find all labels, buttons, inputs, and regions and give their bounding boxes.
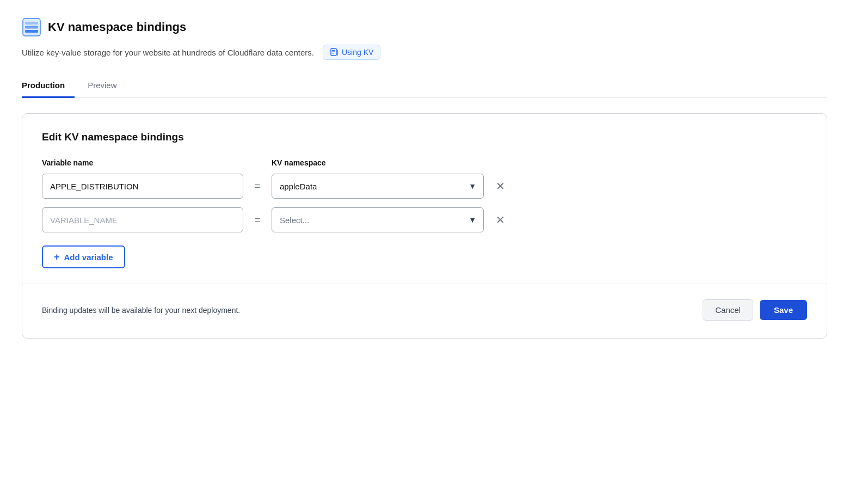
bindings-header: Variable name KV namespace xyxy=(42,158,807,167)
tab-production[interactable]: Production xyxy=(22,75,75,98)
footer-actions: Cancel Save xyxy=(703,299,807,321)
kv-namespace-label: KV namespace xyxy=(272,158,484,167)
namespace-select-2[interactable]: Select... appleData xyxy=(272,207,484,232)
save-button[interactable]: Save xyxy=(760,300,807,320)
card-title: Edit KV namespace bindings xyxy=(42,131,807,143)
kv-bindings-card: Edit KV namespace bindings Variable name… xyxy=(22,113,827,339)
variable-name-input-2[interactable] xyxy=(42,207,243,232)
remove-binding-button-2[interactable]: ✕ xyxy=(490,210,510,230)
namespace-select-wrapper-2: Select... appleData ▼ xyxy=(272,207,484,232)
card-divider xyxy=(22,284,827,284)
page-title: KV namespace bindings xyxy=(48,20,186,34)
footer-note: Binding updates will be available for yo… xyxy=(42,306,240,315)
variable-name-input-1[interactable] xyxy=(42,174,243,199)
namespace-select-1[interactable]: appleData Select... xyxy=(272,174,484,199)
svg-rect-7 xyxy=(332,53,334,53)
namespace-select-wrapper-1: appleData Select... ▼ xyxy=(272,174,484,199)
using-kv-button[interactable]: Using KV xyxy=(323,45,380,60)
svg-rect-2 xyxy=(25,26,38,29)
variable-name-label: Variable name xyxy=(42,158,243,167)
tab-preview[interactable]: Preview xyxy=(88,75,126,98)
card-footer: Binding updates will be available for yo… xyxy=(42,299,807,321)
using-kv-label: Using KV xyxy=(342,48,373,57)
equals-sign-2: = xyxy=(243,214,272,226)
equals-sign-1: = xyxy=(243,181,272,192)
svg-rect-6 xyxy=(332,52,335,52)
add-variable-button[interactable]: + Add variable xyxy=(42,245,125,268)
page-subtitle-row: Utilize key-value storage for your websi… xyxy=(22,45,827,60)
book-icon xyxy=(330,48,339,57)
plus-icon: + xyxy=(54,252,60,262)
svg-rect-5 xyxy=(332,50,335,51)
tabs: Production Preview xyxy=(22,75,827,98)
binding-row-2: = Select... appleData ▼ ✕ xyxy=(42,207,807,232)
page-header: KV namespace bindings xyxy=(22,17,827,37)
add-variable-label: Add variable xyxy=(64,253,113,262)
svg-rect-3 xyxy=(25,30,38,33)
cancel-button[interactable]: Cancel xyxy=(703,299,753,321)
svg-rect-8 xyxy=(337,50,338,56)
page-subtitle: Utilize key-value storage for your websi… xyxy=(22,48,314,57)
binding-row-1: = appleData Select... ▼ ✕ xyxy=(42,174,807,199)
svg-rect-1 xyxy=(25,22,38,24)
kv-namespace-icon xyxy=(22,17,41,37)
remove-binding-button-1[interactable]: ✕ xyxy=(490,176,510,196)
